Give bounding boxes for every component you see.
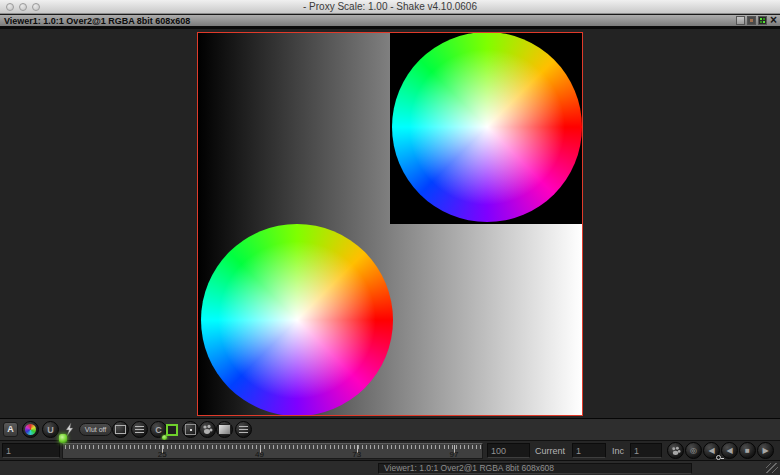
timeline-bar: 25497397 Current Inc ◎ ◀ ◀ ■ ▶ ▶ bbox=[0, 440, 780, 460]
radiate-icon: ◎ bbox=[690, 446, 697, 455]
step-back-icon: ◀ bbox=[708, 446, 714, 455]
buffer-a-button[interactable]: A bbox=[3, 422, 18, 437]
current-frame-label: Current bbox=[535, 446, 565, 456]
shake-window: - Proxy Scale: 1.00 - Shake v4.10.0606 V… bbox=[0, 0, 780, 475]
viewer-header: Viewer1: 1.0:1 Over2@1 RGBA 8bit 608x608… bbox=[0, 14, 780, 27]
window-traffic-lights bbox=[6, 3, 40, 11]
playhead-marker[interactable] bbox=[59, 434, 67, 443]
color-wheel-bottom-left bbox=[201, 224, 393, 416]
roi-button[interactable] bbox=[166, 424, 178, 436]
ruler-tick-label: 73 bbox=[352, 450, 361, 459]
window-titlebar: - Proxy Scale: 1.00 - Shake v4.10.0606 bbox=[0, 0, 780, 14]
play-reverse-icon: ◀ bbox=[726, 446, 732, 455]
window-title: - Proxy Scale: 1.00 - Shake v4.10.0606 bbox=[0, 0, 780, 14]
increment-label: Inc bbox=[612, 446, 624, 456]
viewer-thumbnail-icon[interactable] bbox=[747, 16, 756, 25]
ruler-tick-label: 25 bbox=[158, 450, 167, 459]
ruler-tick-label: 97 bbox=[449, 450, 458, 459]
timeline-ruler[interactable]: 25497397 bbox=[62, 443, 483, 459]
channel-select-button[interactable] bbox=[22, 421, 39, 438]
film-gate-button[interactable] bbox=[112, 421, 129, 438]
viewer-title: Viewer1: 1.0:1 Over2@1 RGBA 8bit 608x608 bbox=[4, 15, 190, 27]
paw-icon bbox=[671, 446, 681, 456]
render-sequence-button[interactable]: ◎ bbox=[685, 442, 702, 459]
current-frame-field[interactable] bbox=[572, 443, 606, 458]
pixel-probe-button[interactable] bbox=[182, 421, 199, 438]
close-window-button[interactable] bbox=[6, 3, 14, 11]
play-forward-button[interactable]: ▶ bbox=[757, 442, 774, 459]
timeline-end-field[interactable] bbox=[487, 443, 530, 458]
film-gate-icon bbox=[115, 425, 126, 434]
resize-grip[interactable] bbox=[766, 463, 778, 473]
compare-split-button[interactable] bbox=[131, 421, 148, 438]
minimize-window-button[interactable] bbox=[19, 3, 27, 11]
status-text: Viewer1: 1.0:1 Over2@1 RGBA 8bit 608x608 bbox=[379, 464, 691, 473]
vlut-off-button[interactable]: Vlut off bbox=[79, 423, 112, 436]
render-viewer-button[interactable] bbox=[216, 421, 233, 438]
stripe-icon bbox=[239, 426, 248, 433]
flipbook-button[interactable] bbox=[199, 421, 216, 438]
timeline-start-field[interactable] bbox=[2, 443, 60, 458]
viewer-header-controls: × bbox=[736, 16, 778, 25]
zoom-window-button[interactable] bbox=[32, 3, 40, 11]
viewer-canvas[interactable] bbox=[0, 27, 780, 418]
color-wheel-top-right bbox=[392, 32, 582, 222]
split-lines-icon bbox=[135, 426, 144, 433]
play-forward-icon: ▶ bbox=[762, 446, 768, 455]
flipbook-play-button[interactable] bbox=[667, 442, 684, 459]
paw-icon bbox=[202, 424, 213, 435]
viewer-detach-icon[interactable] bbox=[736, 16, 745, 25]
viewer-grid-icon[interactable] bbox=[758, 16, 767, 25]
update-button[interactable]: U bbox=[42, 421, 59, 438]
play-reverse-button[interactable]: ◀ bbox=[721, 442, 738, 459]
probe-icon bbox=[185, 424, 196, 435]
render-icon bbox=[218, 424, 231, 435]
status-bar: Viewer1: 1.0:1 Over2@1 RGBA 8bit 608x608 bbox=[0, 460, 780, 475]
status-field: Viewer1: 1.0:1 Over2@1 RGBA 8bit 608x608 bbox=[378, 463, 692, 474]
broadcast-monitor-button[interactable] bbox=[235, 421, 252, 438]
viewer-close-icon[interactable]: × bbox=[769, 16, 778, 25]
increment-field[interactable] bbox=[630, 443, 662, 458]
composite-image[interactable] bbox=[197, 32, 583, 416]
ruler-tick-label: 49 bbox=[255, 450, 264, 459]
prev-keyframe-button[interactable]: ◀ bbox=[703, 442, 720, 459]
stop-icon: ■ bbox=[745, 446, 750, 455]
rgb-wheel-icon bbox=[25, 424, 36, 435]
viewer-toolbar: A U Vlut off C bbox=[0, 418, 780, 440]
stop-button[interactable]: ■ bbox=[739, 442, 756, 459]
